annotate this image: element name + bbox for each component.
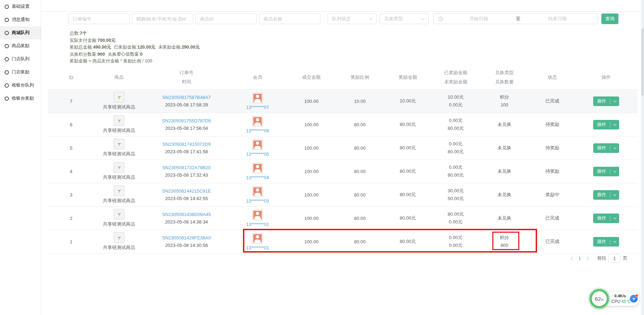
next-page-button[interactable] — [583, 253, 591, 263]
status-text: 待奖励 — [546, 168, 559, 174]
member-link[interactable]: 13*******07 — [246, 105, 269, 110]
status-text: 已完成 — [546, 98, 559, 104]
date-separator: 至 — [514, 16, 522, 22]
circle-icon — [5, 57, 9, 61]
order-time: 2023-05-08 17:41:58 — [144, 149, 229, 154]
sidebar-item-message-notify[interactable]: 消息通知 — [0, 13, 41, 26]
scrollbar-track[interactable] — [641, 0, 644, 315]
order-link[interactable]: SN230508144215C91E — [162, 188, 211, 194]
cell-ratio: 10.00 — [354, 99, 366, 104]
member-avatar[interactable] — [252, 210, 263, 220]
filter-bar: 队列状态 兑换类型 开始日期 至 结束日期 查询 — [68, 13, 618, 24]
sidebar-item-cashier-queue[interactable]: 收银台队列 — [0, 79, 41, 92]
current-page[interactable]: 1 — [578, 256, 581, 261]
summary-formula-line: 奖励金额 = 商品支付金额 * 奖励比例 / 100 — [70, 58, 200, 65]
chevron-down-icon — [613, 170, 616, 172]
table-header-row: ID 商品 订单号时间 会员 成交金额 奖励比例 奖励金额 已奖励金额未奖励金额… — [48, 66, 638, 89]
sidebar-item-store-queue[interactable]: 门店队列 — [0, 52, 41, 66]
action-button[interactable]: 操作 — [593, 167, 619, 176]
product-id-input[interactable] — [195, 13, 257, 24]
cell-amount: 100.00 — [304, 169, 319, 174]
member-avatar[interactable] — [252, 116, 263, 127]
plus-button[interactable]: + — [630, 295, 638, 303]
date-range-picker[interactable]: 开始日期 至 结束日期 — [433, 13, 597, 24]
plant-icon — [117, 236, 121, 240]
product-image[interactable] — [114, 209, 124, 220]
product-name: 共享链测试商品 — [103, 244, 135, 251]
product-image[interactable] — [114, 232, 124, 243]
cell-rewarded-unrewarded: 80.00元0.00元 — [433, 210, 479, 226]
date-start-placeholder[interactable]: 开始日期 — [443, 16, 514, 22]
action-dropdown[interactable] — [610, 217, 619, 219]
header-order: 订单号时间 — [144, 66, 229, 89]
action-button[interactable]: 操作 — [593, 237, 619, 247]
cpu-temperature: CPU 45℃ — [611, 299, 631, 304]
page-input[interactable] — [608, 254, 621, 263]
order-link[interactable]: SN2305081429FE38A0 — [162, 235, 211, 241]
product-image[interactable] — [114, 139, 124, 149]
member-link[interactable]: 13*******06 — [246, 128, 269, 133]
member-avatar[interactable] — [252, 233, 263, 244]
product-image[interactable] — [114, 162, 124, 173]
prev-page-button[interactable] — [568, 253, 576, 263]
chevron-down-icon — [421, 17, 425, 20]
order-link[interactable]: SN2305081755D787D5 — [162, 118, 211, 123]
action-dropdown[interactable] — [610, 147, 619, 149]
member-link[interactable]: 13*******05 — [246, 151, 269, 157]
cell-rewarded-unrewarded: 0.00元80.00元 — [433, 164, 479, 179]
member-link[interactable]: 13*******03 — [246, 198, 269, 204]
action-dropdown[interactable] — [610, 100, 619, 102]
scrollbar-thumb[interactable] — [642, 28, 644, 96]
action-dropdown[interactable] — [610, 171, 619, 172]
queue-status-select[interactable]: 队列状态 — [328, 13, 377, 24]
order-time: 2023-05-08 17:32:43 — [144, 172, 229, 178]
sidebar-item-label: 基础设置 — [12, 4, 29, 10]
sidebar-item-cashier-reward[interactable]: 收银台奖励 — [0, 92, 41, 105]
sidebar-item-basic-settings[interactable]: 基础设置 — [0, 0, 41, 13]
sidebar-item-store-reward[interactable]: 门店奖励 — [0, 66, 41, 79]
sidebar-item-product-reward[interactable]: 商品奖励 — [0, 39, 41, 52]
action-button[interactable]: 操作 — [593, 96, 619, 106]
action-button[interactable]: 操作 — [593, 143, 619, 153]
order-link[interactable]: SN23050817587B48A7 — [162, 95, 211, 100]
memory-percent-gauge[interactable]: 62% — [590, 289, 609, 308]
action-dropdown[interactable] — [610, 241, 619, 242]
product-image[interactable] — [114, 186, 124, 196]
date-end-placeholder[interactable]: 结束日期 — [522, 16, 593, 22]
table-row: 5 共享链测试商品 SN23050817415072D92023-05-08 1… — [48, 136, 638, 160]
member-search-input[interactable] — [132, 13, 193, 24]
member-link[interactable]: 13*******04 — [246, 175, 269, 180]
cell-ratio: 80.00 — [354, 122, 366, 127]
member-avatar[interactable] — [252, 139, 263, 150]
sidebar: 基础设置 消息通知 商城队列 商品奖励 门店队列 门店奖励 收银台队列 收银台奖… — [0, 0, 41, 315]
product-image[interactable] — [114, 115, 124, 126]
order-link[interactable]: SN2305081438D09A45 — [162, 212, 211, 217]
action-dropdown[interactable] — [610, 124, 619, 125]
plant-icon — [117, 165, 121, 170]
action-dropdown[interactable] — [610, 194, 619, 195]
plus-icon: + — [632, 296, 635, 302]
clock-icon — [438, 16, 443, 22]
search-button[interactable]: 查询 — [601, 13, 618, 24]
action-button[interactable]: 操作 — [593, 214, 619, 223]
plant-icon — [117, 95, 121, 100]
cell-amount: 100.00 — [304, 239, 319, 244]
member-avatar[interactable] — [252, 186, 263, 197]
action-button[interactable]: 操作 — [593, 120, 619, 129]
action-button[interactable]: 操作 — [593, 190, 619, 200]
pagination: 1 前往 页 — [568, 253, 627, 263]
member-avatar[interactable] — [252, 93, 263, 103]
order-link[interactable]: SN2305081732A78B20 — [162, 165, 211, 170]
product-image[interactable] — [114, 92, 124, 103]
chevron-down-icon — [613, 240, 616, 243]
order-link[interactable]: SN23050817415072D9 — [162, 142, 211, 147]
member-link[interactable]: 13*******02 — [246, 222, 269, 227]
order-no-input[interactable] — [68, 13, 130, 24]
sidebar-item-mall-queue[interactable]: 商城队列 — [0, 26, 41, 39]
circle-icon — [5, 83, 9, 88]
member-avatar[interactable] — [252, 163, 263, 173]
exchange-type-select[interactable]: 兑换类型 — [380, 13, 429, 24]
product-name-input[interactable] — [259, 13, 320, 24]
plant-icon — [117, 118, 121, 123]
member-link[interactable]: 13*******01 — [246, 245, 269, 250]
